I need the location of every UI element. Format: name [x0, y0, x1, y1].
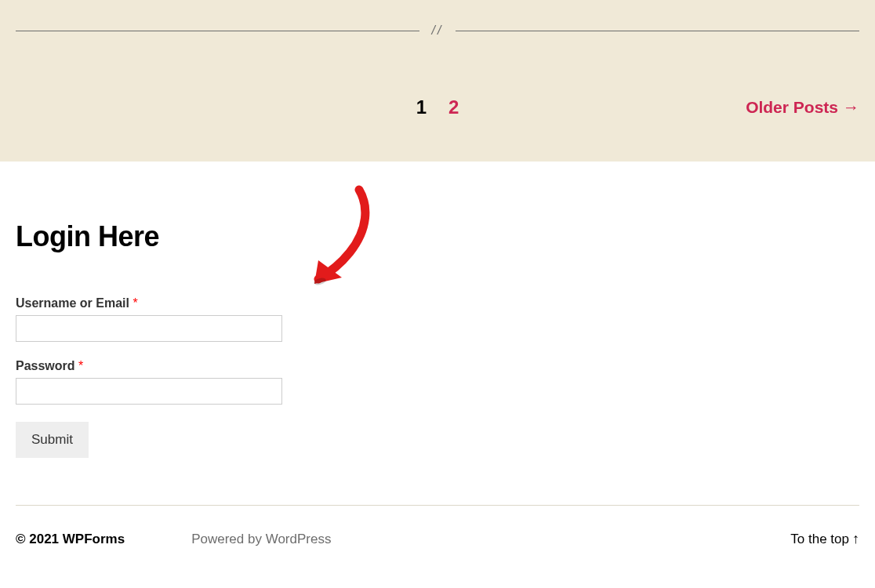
older-posts-link[interactable]: Older Posts → — [746, 98, 859, 117]
login-heading: Login Here — [16, 220, 282, 253]
divider-line-right — [456, 31, 859, 31]
divider-marks: // — [419, 24, 456, 38]
required-indicator: * — [133, 296, 137, 310]
content-section: Login Here Username or Email * Password … — [0, 162, 875, 505]
username-field-group: Username or Email * — [16, 296, 282, 342]
pagination-section: // 1 2 Older Posts → — [0, 0, 875, 162]
password-label: Password * — [16, 359, 282, 373]
footer: © 2021 WPForms Powered by WordPress To t… — [0, 506, 875, 561]
password-field-group: Password * — [16, 359, 282, 405]
pagination: 1 2 Older Posts → — [16, 96, 859, 118]
page-current: 1 — [416, 96, 427, 118]
username-input[interactable] — [16, 315, 282, 342]
footer-copyright: © 2021 WPForms — [16, 532, 125, 547]
older-posts-label: Older Posts — [746, 98, 838, 117]
arrow-right-icon: → — [843, 98, 859, 117]
to-top-label: To the top — [790, 532, 849, 547]
arrow-up-icon: ↑ — [852, 531, 859, 547]
username-label: Username or Email * — [16, 296, 282, 310]
password-input[interactable] — [16, 378, 282, 405]
section-divider: // — [16, 24, 859, 38]
page-link-2[interactable]: 2 — [448, 96, 459, 118]
svg-point-0 — [313, 277, 327, 286]
required-indicator: * — [78, 359, 83, 372]
divider-line-left — [16, 31, 419, 31]
annotation-arrow-icon — [304, 183, 375, 297]
login-form-widget: Login Here Username or Email * Password … — [16, 220, 282, 458]
submit-button[interactable]: Submit — [16, 422, 89, 458]
footer-powered-by: Powered by WordPress — [191, 532, 790, 547]
to-top-link[interactable]: To the top ↑ — [790, 531, 859, 547]
